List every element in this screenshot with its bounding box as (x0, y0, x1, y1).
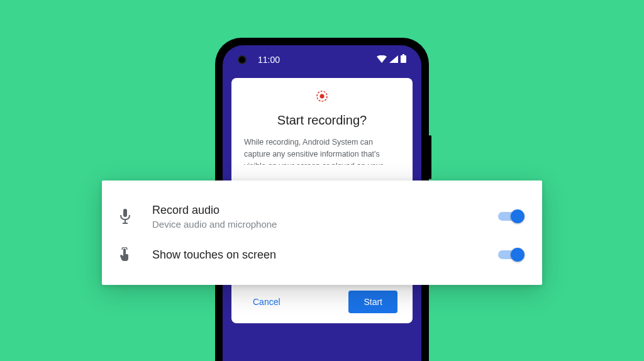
svg-rect-4 (123, 209, 127, 217)
svg-rect-0 (402, 54, 404, 55)
record-icon (316, 91, 328, 104)
show-touches-title: Show touches on screen (152, 248, 479, 262)
svg-rect-1 (401, 55, 406, 63)
dialog-actions: Cancel Start (244, 291, 400, 313)
show-touches-option[interactable]: Show touches on screen (117, 238, 523, 271)
status-time: 11:00 (258, 55, 280, 65)
camera-punch-hole (238, 55, 247, 64)
start-button[interactable]: Start (348, 291, 397, 313)
battery-icon (401, 54, 406, 65)
record-audio-option[interactable]: Record audio Device audio and microphone (117, 194, 523, 238)
record-audio-toggle[interactable] (498, 209, 523, 223)
status-bar: 11:00 (223, 45, 421, 72)
record-audio-subtitle: Device audio and microphone (152, 219, 479, 230)
record-audio-title: Record audio (152, 203, 479, 218)
dialog-title: Start recording? (244, 113, 400, 128)
svg-rect-5 (125, 219, 126, 223)
dialog-body-text: While recording, Android System can capt… (244, 136, 400, 165)
power-button (429, 135, 431, 179)
status-icons (377, 54, 406, 65)
cancel-button[interactable]: Cancel (247, 292, 287, 312)
signal-icon (389, 54, 398, 65)
svg-rect-6 (123, 223, 128, 224)
touch-icon (117, 247, 133, 262)
show-touches-toggle[interactable] (498, 248, 523, 262)
options-overlay: Record audio Device audio and microphone… (102, 181, 542, 285)
wifi-icon (377, 54, 387, 65)
microphone-icon (117, 209, 133, 224)
svg-point-3 (320, 94, 325, 99)
